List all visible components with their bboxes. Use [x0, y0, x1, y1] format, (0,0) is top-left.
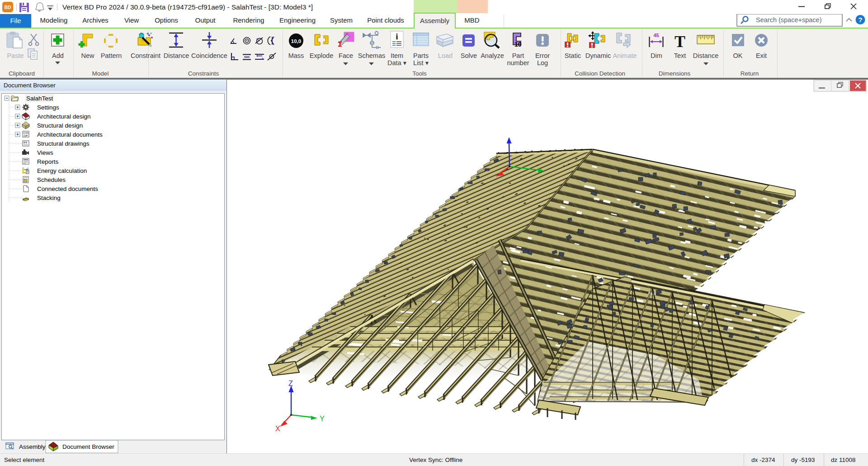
svg-text:Document Browser: Document Browser	[62, 443, 114, 450]
svg-text:10: 10	[514, 41, 522, 48]
svg-text:Vertex BD Pro 2024 / 30.0.9-be: Vertex BD Pro 2024 / 30.0.9-beta (r19472…	[62, 3, 313, 11]
svg-text:45: 45	[653, 33, 659, 38]
svg-text:Search (space+space): Search (space+space)	[756, 16, 821, 24]
svg-text:10,0: 10,0	[291, 38, 301, 44]
svg-text:i: i	[396, 32, 398, 41]
svg-text:Z: Z	[288, 380, 293, 387]
svg-text:Assembly: Assembly	[19, 443, 46, 450]
svg-text:T: T	[675, 33, 685, 51]
svg-text:?: ?	[858, 16, 862, 24]
svg-text:BD: BD	[5, 5, 11, 10]
svg-text:Y: Y	[320, 415, 325, 423]
svg-text:X: X	[275, 425, 280, 433]
